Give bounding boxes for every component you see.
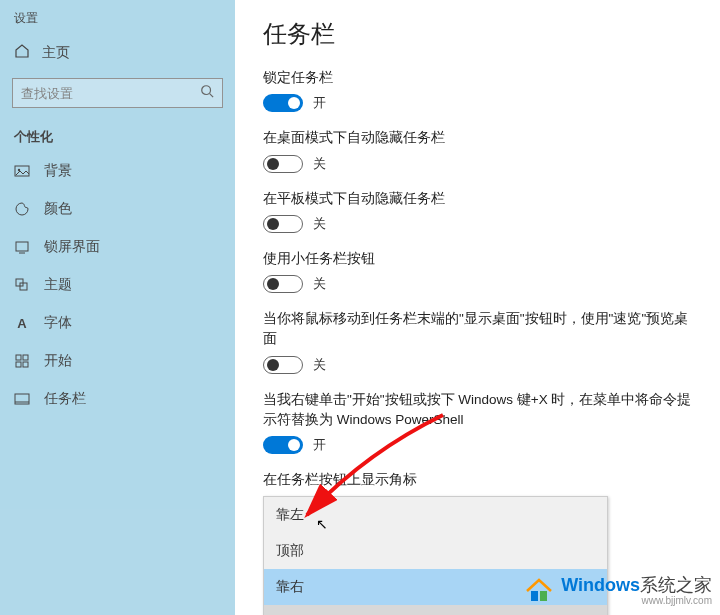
palette-icon (14, 201, 30, 217)
sidebar-item-colors[interactable]: 颜色 (0, 190, 235, 228)
sidebar-item-label: 开始 (44, 352, 72, 370)
home-nav[interactable]: 主页 (0, 35, 235, 70)
section-title: 个性化 (0, 120, 235, 152)
svg-line-1 (210, 94, 214, 98)
sidebar-item-label: 颜色 (44, 200, 72, 218)
svg-rect-8 (16, 355, 21, 360)
svg-rect-4 (16, 242, 28, 251)
theme-icon (14, 277, 30, 293)
watermark: Windows系统之家 www.bjjmlv.com (523, 575, 712, 607)
watermark-url: www.bjjmlv.com (642, 595, 712, 606)
sidebar-item-label: 背景 (44, 162, 72, 180)
taskbar-icon (14, 391, 30, 407)
lockscreen-icon (14, 239, 30, 255)
dropdown-option-top[interactable]: 顶部 (264, 533, 607, 569)
sidebar-item-label: 锁屏界面 (44, 238, 100, 256)
sidebar-item-label: 主题 (44, 276, 72, 294)
house-logo-icon (523, 575, 555, 607)
home-icon (14, 43, 30, 62)
picture-icon (14, 163, 30, 179)
toggle-state-text: 开 (313, 94, 326, 112)
sidebar-item-fonts[interactable]: A 字体 (0, 304, 235, 342)
toggle-state-text: 关 (313, 356, 326, 374)
setting-label-lock: 锁定任务栏 (263, 68, 696, 88)
svg-rect-14 (531, 591, 538, 601)
sidebar-item-label: 任务栏 (44, 390, 86, 408)
sidebar-item-lockscreen[interactable]: 锁屏界面 (0, 228, 235, 266)
page-title: 任务栏 (263, 18, 696, 50)
setting-label-autohide-desktop: 在桌面模式下自动隐藏任务栏 (263, 128, 696, 148)
toggle-lock-taskbar[interactable] (263, 94, 303, 112)
start-icon (14, 353, 30, 369)
sidebar-item-start[interactable]: 开始 (0, 342, 235, 380)
home-label: 主页 (42, 44, 70, 62)
toggle-autohide-desktop[interactable] (263, 155, 303, 173)
sidebar: 设置 主页 个性化 背景 颜色 锁屏界面 主题 (0, 0, 235, 615)
setting-label-badges: 在任务栏按钮上显示角标 (263, 470, 696, 490)
svg-rect-9 (23, 355, 28, 360)
main-content: 任务栏 锁定任务栏 开 在桌面模式下自动隐藏任务栏 关 在平板模式下自动隐藏任务… (235, 0, 720, 615)
setting-label-small-buttons: 使用小任务栏按钮 (263, 249, 696, 269)
search-input[interactable] (21, 86, 200, 101)
search-icon (200, 84, 214, 102)
toggle-small-buttons[interactable] (263, 275, 303, 293)
setting-label-autohide-tablet: 在平板模式下自动隐藏任务栏 (263, 189, 696, 209)
toggle-state-text: 开 (313, 436, 326, 454)
setting-label-powershell: 当我右键单击"开始"按钮或按下 Windows 键+X 时，在菜单中将命令提示符… (263, 390, 696, 431)
search-box[interactable] (12, 78, 223, 108)
svg-rect-10 (16, 362, 21, 367)
svg-rect-15 (540, 591, 547, 601)
watermark-text: Windows系统之家 (561, 576, 712, 596)
toggle-state-text: 关 (313, 215, 326, 233)
svg-rect-11 (23, 362, 28, 367)
sidebar-item-themes[interactable]: 主题 (0, 266, 235, 304)
app-label: 设置 (0, 10, 235, 35)
toggle-peek[interactable] (263, 356, 303, 374)
toggle-state-text: 关 (313, 275, 326, 293)
svg-point-0 (202, 86, 211, 95)
sidebar-item-taskbar[interactable]: 任务栏 (0, 380, 235, 418)
toggle-autohide-tablet[interactable] (263, 215, 303, 233)
toggle-powershell[interactable] (263, 436, 303, 454)
toggle-state-text: 关 (313, 155, 326, 173)
sidebar-item-label: 字体 (44, 314, 72, 332)
font-icon: A (14, 315, 30, 331)
dropdown-option-left[interactable]: 靠左 (264, 497, 607, 533)
sidebar-item-background[interactable]: 背景 (0, 152, 235, 190)
setting-label-peek: 当你将鼠标移动到任务栏末端的"显示桌面"按钮时，使用"速览"预览桌面 (263, 309, 696, 350)
